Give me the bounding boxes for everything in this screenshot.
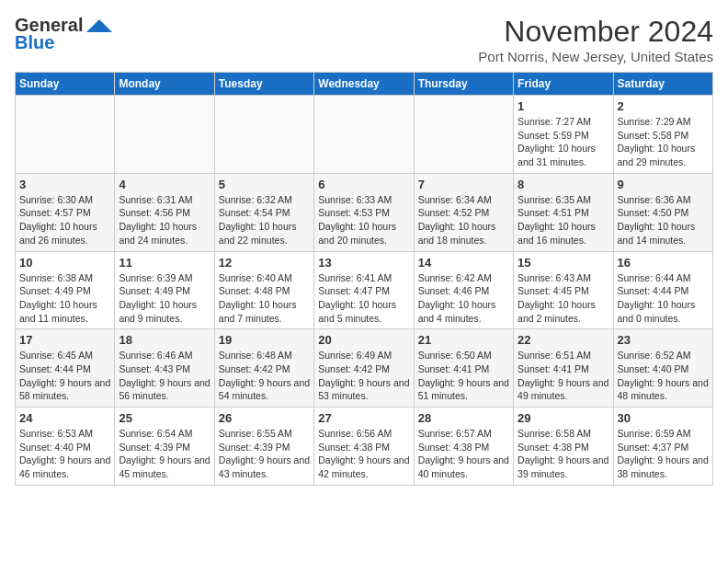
day-info: Sunrise: 6:50 AM Sunset: 4:41 PM Dayligh… bbox=[418, 349, 509, 403]
calendar-cell: 28Sunrise: 6:57 AM Sunset: 4:38 PM Dayli… bbox=[414, 408, 513, 486]
day-info: Sunrise: 6:57 AM Sunset: 4:38 PM Dayligh… bbox=[418, 427, 509, 481]
weekday-header-wednesday: Wednesday bbox=[314, 73, 414, 96]
calendar-cell: 3Sunrise: 6:30 AM Sunset: 4:57 PM Daylig… bbox=[16, 173, 115, 251]
day-number: 5 bbox=[219, 178, 310, 191]
day-info: Sunrise: 6:58 AM Sunset: 4:38 PM Dayligh… bbox=[518, 427, 609, 481]
day-info: Sunrise: 6:41 AM Sunset: 4:47 PM Dayligh… bbox=[318, 271, 409, 326]
day-number: 15 bbox=[518, 256, 609, 270]
day-info: Sunrise: 6:48 AM Sunset: 4:42 PM Dayligh… bbox=[219, 349, 310, 403]
day-number: 22 bbox=[518, 333, 609, 347]
day-info: Sunrise: 6:52 AM Sunset: 4:40 PM Dayligh… bbox=[618, 349, 709, 403]
calendar-cell: 22Sunrise: 6:51 AM Sunset: 4:41 PM Dayli… bbox=[514, 329, 613, 408]
calendar-cell: 19Sunrise: 6:48 AM Sunset: 4:42 PM Dayli… bbox=[214, 329, 313, 408]
day-number: 23 bbox=[618, 333, 709, 347]
day-number: 13 bbox=[318, 256, 409, 270]
day-info: Sunrise: 6:40 AM Sunset: 4:48 PM Dayligh… bbox=[219, 271, 310, 326]
calendar-cell: 17Sunrise: 6:45 AM Sunset: 4:44 PM Dayli… bbox=[16, 329, 115, 408]
day-info: Sunrise: 7:29 AM Sunset: 5:58 PM Dayligh… bbox=[618, 115, 709, 169]
day-info: Sunrise: 6:56 AM Sunset: 4:38 PM Dayligh… bbox=[318, 427, 409, 481]
location-title: Port Norris, New Jersey, United States bbox=[478, 49, 713, 64]
day-number: 19 bbox=[219, 333, 310, 347]
logo: General Blue bbox=[15, 15, 112, 53]
weekday-header-friday: Friday bbox=[514, 73, 613, 96]
day-info: Sunrise: 6:36 AM Sunset: 4:50 PM Dayligh… bbox=[618, 193, 709, 247]
day-info: Sunrise: 6:53 AM Sunset: 4:40 PM Dayligh… bbox=[19, 427, 110, 481]
day-number: 27 bbox=[318, 411, 409, 425]
day-number: 24 bbox=[19, 411, 110, 425]
day-number: 26 bbox=[219, 411, 310, 425]
day-number: 4 bbox=[119, 178, 210, 191]
calendar-cell: 21Sunrise: 6:50 AM Sunset: 4:41 PM Dayli… bbox=[414, 329, 513, 408]
day-info: Sunrise: 6:32 AM Sunset: 4:54 PM Dayligh… bbox=[219, 193, 310, 247]
calendar-cell: 29Sunrise: 6:58 AM Sunset: 4:38 PM Dayli… bbox=[514, 408, 613, 486]
day-info: Sunrise: 7:27 AM Sunset: 5:59 PM Dayligh… bbox=[518, 115, 609, 169]
logo-arrow-icon bbox=[86, 19, 112, 32]
day-number: 3 bbox=[19, 178, 110, 191]
day-info: Sunrise: 6:54 AM Sunset: 4:39 PM Dayligh… bbox=[119, 427, 210, 481]
day-info: Sunrise: 6:55 AM Sunset: 4:39 PM Dayligh… bbox=[219, 427, 310, 481]
day-info: Sunrise: 6:34 AM Sunset: 4:52 PM Dayligh… bbox=[418, 193, 509, 247]
weekday-header-tuesday: Tuesday bbox=[214, 73, 313, 96]
calendar-cell: 23Sunrise: 6:52 AM Sunset: 4:40 PM Dayli… bbox=[613, 329, 712, 408]
day-number: 2 bbox=[618, 99, 709, 113]
header: General Blue November 2024 Port Norris, … bbox=[15, 15, 713, 64]
day-number: 29 bbox=[518, 411, 609, 425]
calendar-cell: 25Sunrise: 6:54 AM Sunset: 4:39 PM Dayli… bbox=[115, 408, 214, 486]
calendar-cell: 27Sunrise: 6:56 AM Sunset: 4:38 PM Dayli… bbox=[314, 408, 414, 486]
day-info: Sunrise: 6:33 AM Sunset: 4:53 PM Dayligh… bbox=[318, 193, 409, 247]
day-info: Sunrise: 6:51 AM Sunset: 4:41 PM Dayligh… bbox=[518, 349, 609, 403]
day-info: Sunrise: 6:59 AM Sunset: 4:37 PM Dayligh… bbox=[618, 427, 709, 481]
day-number: 7 bbox=[418, 178, 509, 191]
calendar-cell: 20Sunrise: 6:49 AM Sunset: 4:42 PM Dayli… bbox=[314, 329, 414, 408]
calendar-cell: 5Sunrise: 6:32 AM Sunset: 4:54 PM Daylig… bbox=[214, 173, 313, 251]
calendar-table: SundayMondayTuesdayWednesdayThursdayFrid… bbox=[15, 72, 713, 486]
title-block: November 2024 Port Norris, New Jersey, U… bbox=[478, 15, 713, 64]
calendar-cell: 15Sunrise: 6:43 AM Sunset: 4:45 PM Dayli… bbox=[514, 251, 613, 329]
calendar-cell: 16Sunrise: 6:44 AM Sunset: 4:44 PM Dayli… bbox=[613, 251, 712, 329]
calendar-cell: 12Sunrise: 6:40 AM Sunset: 4:48 PM Dayli… bbox=[214, 251, 313, 329]
day-number: 10 bbox=[19, 256, 110, 270]
day-number: 20 bbox=[318, 333, 409, 347]
month-title: November 2024 bbox=[478, 15, 713, 49]
day-number: 6 bbox=[318, 178, 409, 191]
calendar-cell bbox=[115, 96, 214, 174]
day-number: 12 bbox=[219, 256, 310, 270]
day-info: Sunrise: 6:30 AM Sunset: 4:57 PM Dayligh… bbox=[19, 193, 110, 247]
calendar-cell bbox=[16, 96, 115, 174]
calendar-cell: 14Sunrise: 6:42 AM Sunset: 4:46 PM Dayli… bbox=[414, 251, 513, 329]
day-number: 25 bbox=[119, 411, 210, 425]
weekday-header-monday: Monday bbox=[115, 73, 214, 96]
calendar-cell bbox=[214, 96, 313, 174]
calendar-cell: 4Sunrise: 6:31 AM Sunset: 4:56 PM Daylig… bbox=[115, 173, 214, 251]
calendar-cell: 18Sunrise: 6:46 AM Sunset: 4:43 PM Dayli… bbox=[115, 329, 214, 408]
day-number: 8 bbox=[518, 178, 609, 191]
day-info: Sunrise: 6:39 AM Sunset: 4:49 PM Dayligh… bbox=[119, 271, 210, 326]
day-info: Sunrise: 6:31 AM Sunset: 4:56 PM Dayligh… bbox=[119, 193, 210, 247]
day-number: 11 bbox=[119, 256, 210, 270]
day-number: 17 bbox=[19, 333, 110, 347]
weekday-header-saturday: Saturday bbox=[613, 73, 712, 96]
calendar-cell: 2Sunrise: 7:29 AM Sunset: 5:58 PM Daylig… bbox=[613, 96, 712, 174]
day-info: Sunrise: 6:49 AM Sunset: 4:42 PM Dayligh… bbox=[318, 349, 409, 403]
calendar-cell: 26Sunrise: 6:55 AM Sunset: 4:39 PM Dayli… bbox=[214, 408, 313, 486]
day-info: Sunrise: 6:38 AM Sunset: 4:49 PM Dayligh… bbox=[19, 271, 110, 326]
calendar-cell bbox=[414, 96, 513, 174]
calendar-cell: 1Sunrise: 7:27 AM Sunset: 5:59 PM Daylig… bbox=[514, 96, 613, 174]
calendar-cell: 8Sunrise: 6:35 AM Sunset: 4:51 PM Daylig… bbox=[514, 173, 613, 251]
day-number: 9 bbox=[618, 178, 709, 191]
calendar-cell: 30Sunrise: 6:59 AM Sunset: 4:37 PM Dayli… bbox=[613, 408, 712, 486]
day-number: 18 bbox=[119, 333, 210, 347]
calendar-cell: 7Sunrise: 6:34 AM Sunset: 4:52 PM Daylig… bbox=[414, 173, 513, 251]
calendar-cell: 13Sunrise: 6:41 AM Sunset: 4:47 PM Dayli… bbox=[314, 251, 414, 329]
weekday-header-sunday: Sunday bbox=[16, 73, 115, 96]
svg-marker-0 bbox=[86, 19, 112, 32]
calendar-cell: 10Sunrise: 6:38 AM Sunset: 4:49 PM Dayli… bbox=[16, 251, 115, 329]
day-info: Sunrise: 6:42 AM Sunset: 4:46 PM Dayligh… bbox=[418, 271, 509, 326]
calendar-cell: 6Sunrise: 6:33 AM Sunset: 4:53 PM Daylig… bbox=[314, 173, 414, 251]
day-number: 28 bbox=[418, 411, 509, 425]
weekday-header-thursday: Thursday bbox=[414, 73, 513, 96]
calendar-cell: 24Sunrise: 6:53 AM Sunset: 4:40 PM Dayli… bbox=[16, 408, 115, 486]
day-info: Sunrise: 6:45 AM Sunset: 4:44 PM Dayligh… bbox=[19, 349, 110, 403]
day-number: 21 bbox=[418, 333, 509, 347]
logo-blue: Blue bbox=[15, 32, 54, 53]
